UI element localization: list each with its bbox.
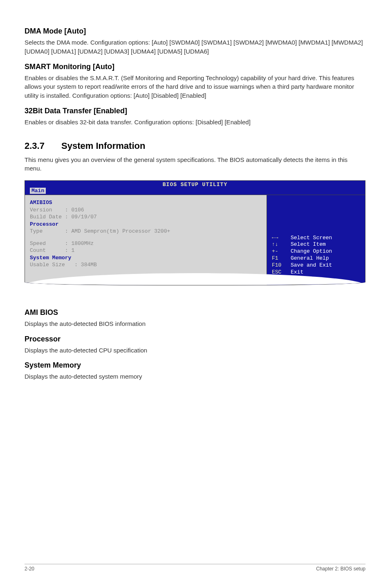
dma-mode-heading: DMA Mode [Auto]	[25, 27, 365, 36]
processor-text: Displays the auto-detected CPU specifica…	[25, 346, 365, 355]
bios-type-label: Type	[30, 228, 43, 234]
sysinfo-number: 2.3.7	[25, 141, 61, 151]
bios-amibios-label: AMIBIOS	[30, 199, 262, 206]
help-key-f1: F1	[272, 255, 291, 262]
bios-count-value: : 1	[65, 247, 74, 254]
amibios-heading: AMI BIOS	[25, 308, 365, 317]
smart-heading: SMART Monitoring [Auto]	[25, 63, 365, 71]
help-key-f10: F10	[272, 262, 291, 269]
footer-page-number: 2-20	[25, 566, 34, 572]
bios-speed-value: : 1800MHz	[65, 240, 94, 247]
footer-chapter: Chapter 2: BIOS setup	[316, 566, 365, 572]
help-key-arrows-lr: ←→	[272, 235, 291, 242]
help-key-esc: ESC	[272, 269, 291, 276]
help-val-exit: Exit	[291, 269, 303, 275]
bios-right-panel: ←→Select Screen ↑↓Select Item +-Change O…	[267, 195, 365, 285]
bios-setup-screenshot: BIOS SETUP UTILITY Main AMIBIOS Version …	[25, 180, 365, 285]
smart-text: Enables or disables the S.M.A.R.T. (Self…	[25, 74, 365, 100]
bios-tab-main: Main	[30, 188, 46, 194]
dma-mode-text: Selects the DMA mode. Configuration opti…	[25, 38, 365, 56]
bios-left-panel: AMIBIOS Version : 0106 Build Date : 09/1…	[25, 195, 267, 285]
help-val-general-help: General Help	[291, 255, 329, 261]
processor-heading: Processor	[25, 335, 365, 343]
help-key-arrows-ud: ↑↓	[272, 241, 291, 248]
bios-sysmem-label: System Memory	[30, 254, 262, 262]
bios-help-block: ←→Select Screen ↑↓Select Item +-Change O…	[272, 235, 332, 276]
bios-tab-bar: Main	[25, 188, 365, 195]
bit32-text: Enables or disables 32-bit data transfer…	[25, 118, 365, 127]
sysmem-heading: System Memory	[25, 361, 365, 370]
sysinfo-heading: 2.3.7System Information	[25, 141, 365, 151]
bios-builddate-value: : 09/19/07	[65, 214, 97, 220]
help-val-save-exit: Save and Exit	[291, 262, 332, 268]
bios-count-label: Count	[30, 247, 46, 254]
page-footer: 2-20 Chapter 2: BIOS setup	[25, 564, 365, 572]
amibios-text: Displays the auto-detected BIOS informat…	[25, 319, 365, 328]
bios-usable-value: : 384MB	[74, 262, 97, 268]
bios-speed-label: Speed	[30, 240, 46, 247]
sysinfo-title: System Information	[61, 141, 145, 151]
bios-type-value: : AMD Sempron(tm) Processor 3200+	[65, 228, 170, 234]
bios-processor-label: Processor	[30, 221, 262, 228]
help-key-plusminus: +-	[272, 248, 291, 255]
help-val-select-item: Select Item	[291, 241, 326, 247]
bios-builddate-label: Build Date	[30, 214, 62, 220]
bios-usable-label: Usable Size	[30, 262, 65, 268]
sysinfo-text: This menu gives you an overview of the g…	[25, 155, 365, 173]
bios-version-value: : 0106	[65, 207, 84, 213]
sysmem-text: Displays the auto-detected system memory	[25, 372, 365, 381]
bit32-heading: 32Bit Data Transfer [Enabled]	[25, 107, 365, 115]
bios-version-label: Version	[30, 207, 52, 213]
bios-title: BIOS SETUP UTILITY	[25, 181, 365, 188]
help-val-select-screen: Select Screen	[291, 235, 332, 241]
help-val-change-option: Change Option	[291, 248, 332, 254]
